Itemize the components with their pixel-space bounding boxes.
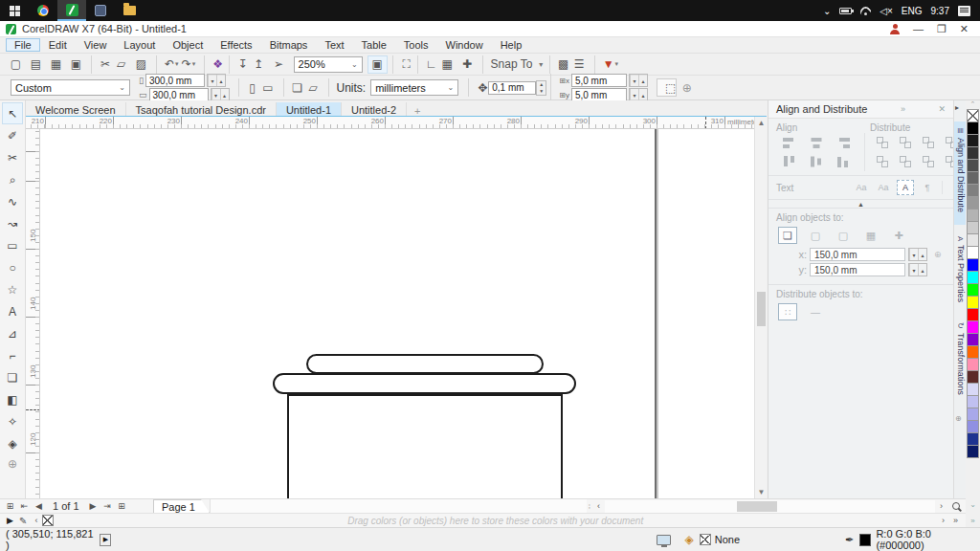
color-swatch[interactable] (967, 420, 979, 433)
color-swatch[interactable] (967, 358, 979, 371)
distribute-to-selection-icon[interactable]: ∷ (778, 303, 797, 320)
eyedropper-icon[interactable]: ✎ (19, 516, 27, 526)
print-button[interactable]: ▣ (66, 55, 86, 74)
text-outline-icon[interactable]: ¶ (919, 180, 936, 195)
align-to-page-center-icon[interactable]: ▢ (834, 227, 853, 244)
color-swatch[interactable] (967, 209, 979, 222)
y-coordinate-stepper[interactable]: ▾▴ (908, 263, 927, 276)
color-swatch[interactable] (967, 383, 979, 396)
app-taskbar-button[interactable] (86, 0, 115, 21)
outline-color-swatch[interactable] (859, 534, 871, 546)
menu-item[interactable]: Tools (395, 38, 437, 52)
text-tool[interactable]: A (2, 300, 23, 322)
color-swatch[interactable] (967, 134, 979, 147)
portrait-button[interactable]: ▯ (238, 78, 258, 97)
scroll-up-icon[interactable]: ▲ (755, 117, 768, 129)
menu-item[interactable]: Object (164, 38, 212, 52)
dimension-tool[interactable]: ⊿ (2, 322, 23, 344)
nudge-stepper[interactable]: ▲▼ (536, 80, 546, 96)
launch-button[interactable]: ▼▾ (594, 55, 618, 74)
snap-to-dropdown[interactable]: Snap To ▼ (482, 55, 545, 74)
color-swatch[interactable] (967, 308, 979, 321)
menu-item[interactable]: Text (316, 38, 352, 52)
connector-tool[interactable]: ⌐ (2, 344, 23, 366)
scroll-right-icon[interactable]: › (935, 501, 947, 511)
page-size-preset-select[interactable]: Custom⌄ (11, 79, 130, 96)
align-to-page-edge-icon[interactable]: ▢ (806, 227, 825, 244)
last-page-button[interactable]: ⇥ (101, 501, 114, 511)
import-button[interactable]: ↧ (229, 55, 249, 74)
shape-tool[interactable]: ✐ (2, 124, 23, 146)
cut-button[interactable]: ✂ (91, 55, 111, 74)
color-swatch[interactable] (967, 171, 979, 185)
add-docker-button[interactable]: ⊕ (955, 414, 962, 423)
show-rulers-button[interactable]: ∟ (417, 55, 437, 74)
drop-shadow-tool[interactable]: ❏ (2, 366, 23, 388)
artistic-media-tool[interactable]: ↝ (2, 212, 23, 234)
color-swatch[interactable] (967, 109, 979, 122)
palette-expand-icon[interactable]: » (949, 516, 962, 525)
menu-item[interactable]: View (76, 38, 116, 52)
duplicate-y-field[interactable]: 5,0 mm (571, 88, 627, 101)
align-to-specified-point-icon[interactable]: ✚ (889, 227, 908, 244)
fill-none-swatch[interactable] (700, 534, 711, 545)
zoom-tool[interactable]: ⌕ (2, 168, 23, 190)
distribute-icon[interactable] (921, 155, 936, 168)
all-pages-button[interactable]: ❏ (283, 78, 303, 97)
save-button[interactable]: ▦ (46, 55, 66, 74)
next-page-button[interactable]: ▶ (87, 501, 100, 511)
color-eyedropper-tool[interactable]: ✧ (2, 410, 23, 432)
freehand-tool[interactable]: ∿ (2, 190, 23, 212)
add-page-before-button[interactable]: ⊞ (4, 501, 16, 511)
options-button[interactable]: ▩ (549, 55, 569, 74)
color-swatch[interactable] (967, 146, 979, 160)
horizontal-scroll-thumb[interactable] (737, 501, 777, 512)
align-to-grid-icon[interactable]: ▦ (861, 227, 880, 244)
volume-muted-icon[interactable]: ◁× (880, 6, 893, 16)
palette-scroll-left-icon[interactable]: ‹ (30, 516, 42, 525)
open-button[interactable]: ▤ (26, 55, 46, 74)
distribute-icon[interactable] (875, 155, 890, 168)
zoom-level-select[interactable]: 250%⌄ (294, 56, 363, 73)
docker-flyout-icon[interactable]: ▸ (955, 103, 959, 112)
align-icon[interactable] (782, 155, 797, 168)
minimize-button[interactable]: — (913, 24, 924, 33)
notification-center-icon[interactable] (958, 6, 970, 16)
x-coordinate-stepper[interactable]: ▾▴ (908, 248, 927, 261)
settings-button[interactable]: ☰ (569, 55, 590, 74)
horizontal-ruler[interactable]: 210220230240250260270280290300310 millim… (26, 117, 754, 129)
duplicate-x-field[interactable]: 5,0 mm (571, 74, 627, 87)
align-to-active-objects-icon[interactable]: ❏ (778, 227, 797, 244)
palette-scroll-right-icon[interactable]: › (937, 516, 949, 525)
vertical-scrollbar[interactable]: ▲ ▼ (754, 117, 767, 498)
application-launcher-button[interactable]: ❖ (204, 55, 224, 74)
docker-section-collapse-arrow[interactable]: ▲ (768, 200, 953, 209)
vertical-ruler[interactable]: 150140130120110 millimeters (26, 129, 40, 498)
page-tab[interactable]: Page 1 (153, 499, 210, 513)
close-button[interactable]: ✕ (960, 24, 969, 33)
page-height-field[interactable]: 300,0 mm (149, 88, 209, 101)
menu-item[interactable]: Layout (115, 38, 164, 52)
add-property-icon[interactable]: ⊕ (677, 78, 697, 97)
fullscreen-preview-button[interactable]: ⛶ (392, 55, 412, 74)
fill-bucket-icon[interactable]: ◈ (684, 533, 693, 546)
color-swatch[interactable] (967, 296, 979, 309)
document-tab[interactable]: Untitled-2 (342, 102, 407, 117)
color-swatch[interactable] (967, 408, 979, 421)
color-proof-icon[interactable] (657, 535, 671, 545)
wifi-icon[interactable] (860, 7, 871, 15)
specify-point-icon[interactable]: ⊕ (934, 250, 942, 259)
color-swatch[interactable] (967, 432, 979, 446)
copy-button[interactable]: ▱ (111, 55, 131, 74)
align-icon[interactable] (782, 136, 797, 149)
palette-expand-icon[interactable]: » (970, 517, 974, 525)
explorer-taskbar-button[interactable] (115, 0, 144, 21)
color-swatch[interactable] (967, 246, 979, 259)
zoom-to-page-icon[interactable] (951, 501, 962, 512)
add-page-after-button[interactable]: ⊞ (116, 501, 128, 511)
current-page-button[interactable]: ▱ (303, 78, 323, 97)
duplicate-x-stepper[interactable]: ▾▴ (629, 74, 648, 87)
distribute-icon[interactable] (921, 136, 936, 149)
previous-page-button[interactable]: ◀ (33, 501, 45, 511)
align-text-bounding-box-icon[interactable]: A (897, 180, 914, 195)
